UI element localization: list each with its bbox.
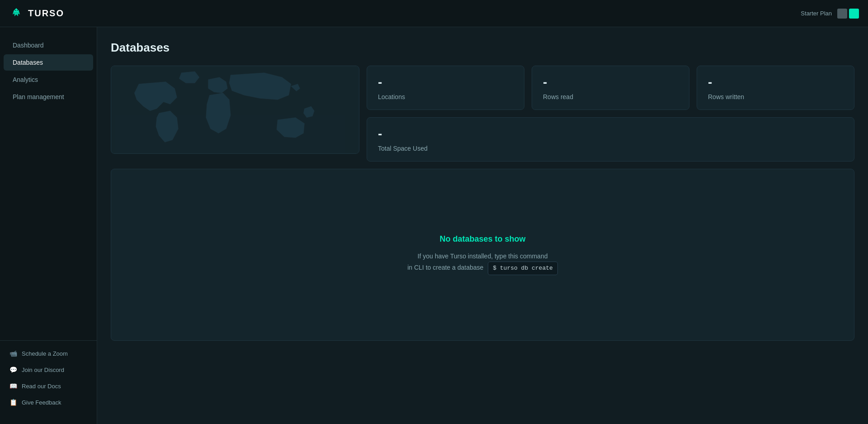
- read-docs-link[interactable]: 📖 Read our Docs: [0, 378, 97, 394]
- sidebar-bottom: 📹 Schedule a Zoom 💬 Join our Discord 📖 R…: [0, 340, 97, 415]
- svg-rect-3: [15, 10, 16, 11]
- rows-read-card: - Rows read: [532, 66, 689, 110]
- sidebar-label-analytics: Analytics: [13, 76, 38, 83]
- locations-value: -: [378, 75, 513, 90]
- locations-card: - Locations: [367, 66, 524, 110]
- sidebar-item-databases[interactable]: Databases: [4, 54, 93, 71]
- page-title: Databases: [111, 41, 854, 55]
- give-feedback-link[interactable]: 📋 Give Feedback: [0, 394, 97, 410]
- sidebar-nav: Dashboard Databases Analytics Plan manag…: [0, 36, 97, 340]
- stats-row: - Locations - Rows read - Rows written -: [111, 66, 854, 162]
- plan-square-1: [837, 9, 847, 19]
- sidebar-item-plan-management[interactable]: Plan management: [4, 89, 93, 105]
- total-space-label: Total Space Used: [378, 145, 843, 152]
- sidebar-label-dashboard: Dashboard: [13, 42, 44, 49]
- top-right-area: Starter Plan: [801, 9, 859, 19]
- plan-label: Starter Plan: [801, 10, 832, 17]
- stats-top-right: - Locations - Rows read - Rows written: [367, 66, 854, 110]
- sidebar-label-databases: Databases: [13, 59, 43, 66]
- sidebar: Dashboard Databases Analytics Plan manag…: [0, 27, 97, 424]
- sidebar-item-dashboard[interactable]: Dashboard: [4, 37, 93, 53]
- world-map-card: [111, 66, 359, 154]
- rows-written-value: -: [708, 75, 843, 90]
- stats-right: - Locations - Rows read - Rows written -: [367, 66, 854, 162]
- join-discord-icon: 💬: [9, 366, 17, 373]
- main-layout: Dashboard Databases Analytics Plan manag…: [0, 27, 868, 424]
- plan-square-2: [849, 9, 859, 19]
- empty-state-title: No databases to show: [439, 234, 525, 244]
- schedule-zoom-icon: 📹: [9, 350, 17, 357]
- world-map-svg: [111, 66, 359, 153]
- join-discord-link[interactable]: 💬 Join our Discord: [0, 362, 97, 378]
- schedule-zoom-label: Schedule a Zoom: [22, 350, 68, 357]
- empty-state-description: If you have Turso installed, type this c…: [407, 251, 558, 276]
- schedule-zoom-link[interactable]: 📹 Schedule a Zoom: [0, 345, 97, 362]
- turso-logo-icon: [9, 6, 24, 21]
- cli-command: $ turso db create: [488, 262, 558, 275]
- sidebar-item-analytics[interactable]: Analytics: [4, 71, 93, 88]
- sidebar-label-plan-management: Plan management: [13, 93, 64, 100]
- locations-label: Locations: [378, 93, 513, 100]
- give-feedback-icon: 📋: [9, 399, 17, 406]
- rows-read-label: Rows read: [543, 93, 678, 100]
- rows-written-label: Rows written: [708, 93, 843, 100]
- svg-rect-4: [17, 10, 18, 11]
- databases-empty-card: No databases to show If you have Turso i…: [111, 169, 854, 341]
- logo[interactable]: TURSO: [9, 6, 64, 21]
- read-docs-label: Read our Docs: [22, 383, 61, 390]
- logo-text: TURSO: [28, 8, 64, 19]
- rows-read-value: -: [543, 75, 678, 90]
- main-content: Databases: [97, 27, 868, 424]
- total-space-value: -: [378, 127, 843, 141]
- total-space-card: - Total Space Used: [367, 117, 854, 162]
- rows-written-card: - Rows written: [697, 66, 854, 110]
- read-docs-icon: 📖: [9, 382, 17, 390]
- top-nav: TURSO Starter Plan: [0, 0, 868, 27]
- join-discord-label: Join our Discord: [22, 367, 64, 373]
- plan-icons[interactable]: [837, 9, 859, 19]
- give-feedback-label: Give Feedback: [22, 399, 61, 406]
